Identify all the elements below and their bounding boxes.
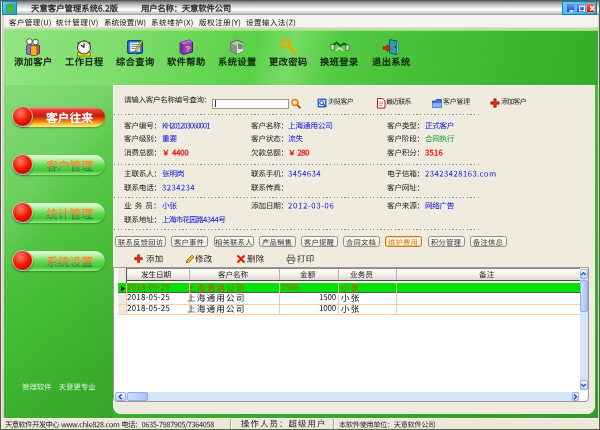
svg-text:?: ? [185, 44, 190, 54]
